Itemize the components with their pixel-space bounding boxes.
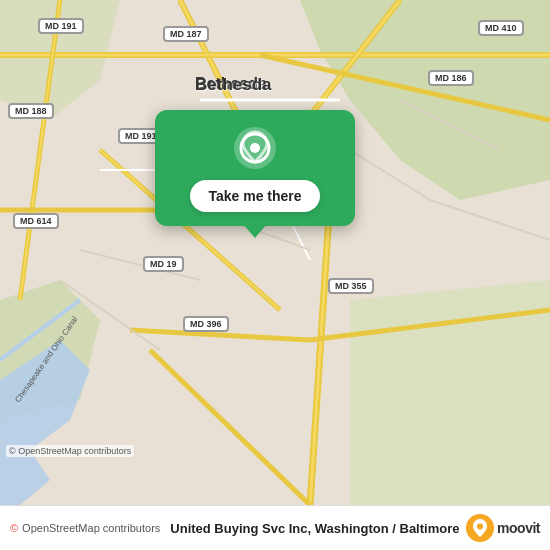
- road-badge-md410: MD 410: [478, 20, 524, 36]
- bottom-left-info: © OpenStreetMap contributors United Buyi…: [10, 521, 459, 536]
- road-badge-md355: MD 355: [328, 278, 374, 294]
- road-badge-md614: MD 614: [13, 213, 59, 229]
- moovit-label: moovit: [497, 520, 540, 536]
- moovit-icon: [466, 514, 494, 542]
- svg-point-38: [250, 143, 260, 153]
- popup-card: Take me there: [155, 110, 355, 226]
- road-badge-md186: MD 186: [428, 70, 474, 86]
- osm-icon: ©: [10, 522, 18, 534]
- bottom-bar: © OpenStreetMap contributors United Buyi…: [0, 505, 550, 550]
- map-container: Bethesda MD 191 MD 187 MD 410 MD 186 MD …: [0, 0, 550, 505]
- moovit-logo: moovit: [466, 514, 540, 542]
- map-copyright: © OpenStreetMap contributors: [6, 445, 134, 457]
- road-badge-md188: MD 188: [8, 103, 54, 119]
- location-title: United Buying Svc Inc, Washington / Balt…: [170, 521, 459, 536]
- svg-point-39: [477, 524, 483, 530]
- take-me-there-button[interactable]: Take me there: [190, 180, 319, 212]
- road-badge-md187: MD 187: [163, 26, 209, 42]
- city-name-label: Bethesda: [195, 75, 272, 95]
- road-badge-md396: MD 396: [183, 316, 229, 332]
- bottom-copyright: OpenStreetMap contributors: [22, 522, 160, 534]
- road-badge-md191-1: MD 191: [38, 18, 84, 34]
- road-badge-md191-3: MD 19: [143, 256, 184, 272]
- location-pin-icon: [233, 126, 277, 170]
